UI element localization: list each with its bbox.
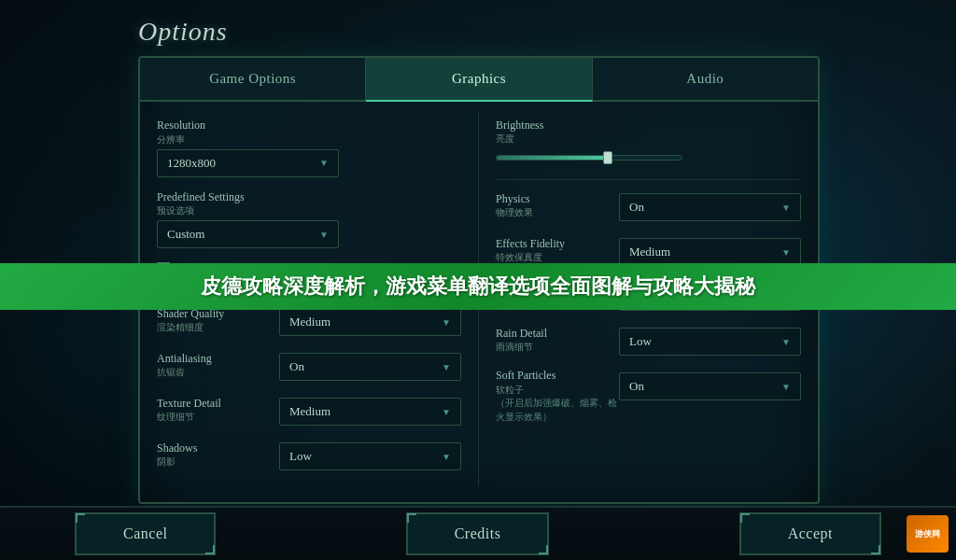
tab-audio[interactable]: Audio (593, 58, 818, 100)
rain-detail-dropdown[interactable]: Low ▼ (619, 328, 801, 356)
texture-dropdown-arrow: ▼ (442, 407, 451, 417)
shadows-dropdown-arrow: ▼ (442, 452, 451, 462)
setting-physics: Physics 物理效果 On ▼ (496, 189, 801, 221)
texture-label-zh: 纹理细节 (157, 411, 279, 423)
effects-fidelity-dropdown[interactable]: Medium ▼ (619, 238, 801, 266)
antialiasing-dropdown-arrow: ▼ (442, 362, 451, 372)
logo-badge: 游侠网 (907, 515, 949, 553)
soft-particles-note: （开启后加强爆破、烟雾、枪火显示效果） (496, 398, 617, 423)
setting-predefined: Predefined Settings 预设选项 Custom ▼ (157, 190, 461, 249)
effects-fidelity-label: Effects Fidelity (496, 237, 565, 250)
accept-button[interactable]: Accept (739, 512, 881, 555)
texture-label: Texture Detail (157, 397, 221, 410)
effects-fidelity-dropdown-arrow: ▼ (781, 247, 791, 258)
shadows-label: Shadows (157, 441, 197, 455)
setting-shadows: Shadows 阴影 Low ▼ (157, 439, 461, 470)
rain-detail-label-zh: 雨滴细节 (496, 341, 619, 353)
tab-graphics[interactable]: Graphics (366, 58, 592, 102)
logo-text: 游侠网 (915, 528, 940, 540)
shader-dropdown[interactable]: Medium ▼ (279, 308, 461, 336)
shader-label-zh: 渲染精细度 (157, 321, 279, 333)
resolution-label: Resolution (157, 119, 205, 132)
rain-detail-dropdown-arrow: ▼ (781, 337, 791, 347)
predefined-label: Predefined Settings (157, 190, 245, 203)
bottom-bar: Cancel Credits Accept (0, 506, 956, 560)
predefined-label-zh: 预设选项 (157, 204, 461, 217)
physics-dropdown[interactable]: On ▼ (619, 193, 801, 221)
brightness-slider-fill (497, 156, 608, 160)
predefined-dropdown[interactable]: Custom ▼ (157, 220, 339, 248)
effects-fidelity-label-zh: 特效保真度 (496, 251, 619, 263)
soft-particles-dropdown[interactable]: On ▼ (619, 372, 801, 400)
tab-game-options[interactable]: Game Options (140, 58, 366, 100)
credits-button[interactable]: Credits (406, 512, 550, 555)
resolution-label-zh: 分辨率 (157, 133, 461, 146)
soft-particles-label-zh: 软粒子 (496, 384, 619, 396)
setting-rain-detail: Rain Detail 雨滴细节 Low ▼ (496, 324, 801, 356)
physics-label-zh: 物理效果 (496, 206, 619, 218)
antialiasing-label: Antialiasing (157, 352, 212, 365)
setting-reflections: Reflections 反射 High ▼ (157, 483, 461, 486)
soft-particles-label: Soft Particles (496, 369, 555, 382)
soft-particles-dropdown-arrow: ▼ (781, 382, 791, 392)
brightness-setting: Brightness 亮度 (496, 119, 801, 161)
brightness-label: Brightness (496, 119, 543, 132)
brightness-slider-track[interactable] (496, 155, 682, 161)
promo-banner: 皮德攻略深度解析，游戏菜单翻译选项全面图解与攻略大揭秘 (0, 263, 956, 310)
cancel-button[interactable]: Cancel (75, 512, 216, 555)
setting-effects-fidelity: Effects Fidelity 特效保真度 Medium ▼ (496, 234, 801, 266)
setting-soft-particles: Soft Particles 软粒子 （开启后加强爆破、烟雾、枪火显示效果） O… (496, 369, 801, 425)
brightness-slider-thumb[interactable] (603, 151, 612, 164)
brightness-label-zh: 亮度 (496, 133, 801, 146)
divider (496, 179, 801, 180)
rain-detail-label: Rain Detail (496, 327, 547, 340)
page-title: Options (138, 17, 228, 47)
resolution-dropdown[interactable]: 1280x800 ▼ (157, 149, 339, 177)
shader-dropdown-arrow: ▼ (442, 317, 451, 328)
physics-dropdown-arrow: ▼ (781, 203, 791, 213)
shadows-label-zh: 阴影 (157, 455, 279, 468)
predefined-dropdown-arrow: ▼ (319, 230, 329, 240)
tab-bar: Game Options Graphics Audio (140, 58, 818, 102)
banner-text: 皮德攻略深度解析，游戏菜单翻译选项全面图解与攻略大揭秘 (201, 273, 755, 301)
antialiasing-dropdown[interactable]: On ▼ (279, 353, 461, 381)
resolution-dropdown-arrow: ▼ (319, 158, 329, 168)
texture-dropdown[interactable]: Medium ▼ (279, 398, 461, 426)
setting-antialiasing: Antialiasing 抗锯齿 On ▼ (157, 349, 461, 381)
setting-texture: Texture Detail 纹理细节 Medium ▼ (157, 394, 461, 426)
physics-label: Physics (496, 192, 530, 205)
setting-resolution: Resolution 分辨率 1280x800 ▼ (157, 119, 461, 177)
antialiasing-label-zh: 抗锯齿 (157, 366, 279, 378)
shadows-dropdown[interactable]: Low ▼ (279, 442, 461, 470)
